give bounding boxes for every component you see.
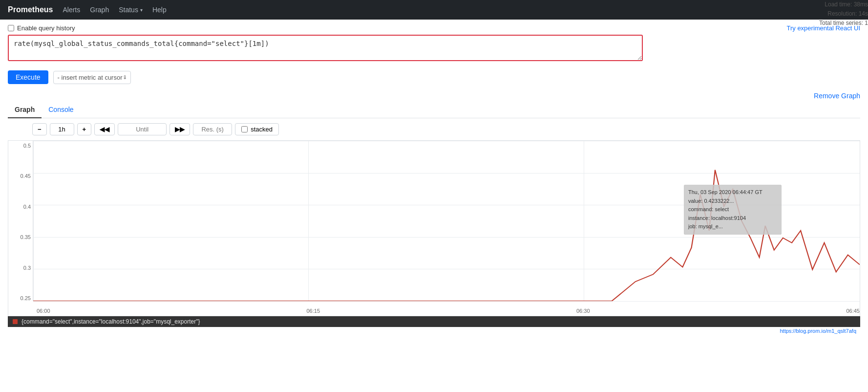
navbar: Prometheus Alerts Graph Status ▾ Help <box>0 0 868 20</box>
tab-graph[interactable]: Graph <box>8 102 42 118</box>
x-label-0: 06:00 <box>37 308 50 314</box>
chart-inner: 0.5 0.45 0.4 0.35 0.3 0.25 <box>8 141 860 316</box>
stacked-label: stacked <box>251 126 273 133</box>
y-label-1: 0.45 <box>21 173 31 179</box>
chevron-down-icon: ▾ <box>140 7 143 13</box>
chart-area: 0.5 0.45 0.4 0.35 0.3 0.25 <box>8 140 860 316</box>
nav-alerts[interactable]: Alerts <box>63 6 80 14</box>
action-bar: Execute - insert metric at cursor - <box>8 70 860 84</box>
y-axis: 0.5 0.45 0.4 0.35 0.3 0.25 <box>8 141 33 301</box>
time-back-button[interactable]: ◀◀ <box>94 123 115 135</box>
grid-line-h-5 <box>33 301 860 302</box>
x-axis: 06:00 06:15 06:30 06:45 <box>33 308 860 314</box>
grid-line-v-3 <box>860 141 860 301</box>
x-label-3: 06:45 <box>846 308 860 314</box>
load-time-stat: Load time: 38ms <box>819 0 868 9</box>
tooltip-line1: Thu, 03 Sep 2020 06:44:47 GT <box>688 188 777 197</box>
remove-graph-row: Remove Graph <box>8 92 860 100</box>
time-range-input[interactable]: 1h <box>50 123 74 135</box>
tooltip-line4: instance: localhost:9104 <box>688 214 777 223</box>
tooltip-line3: command: select <box>688 205 777 214</box>
brand-logo: Prometheus <box>8 5 53 14</box>
time-forward-button[interactable]: ▶▶ <box>169 123 190 135</box>
graph-controls: − 1h + ◀◀ ▶▶ stacked <box>8 118 860 140</box>
nav-help[interactable]: Help <box>152 6 167 14</box>
nav-status-dropdown[interactable]: Status ▾ <box>119 6 143 14</box>
y-label-0: 0.5 <box>23 143 31 149</box>
until-input[interactable] <box>118 123 167 135</box>
status-bar: https://blog.prom.io/m1_qslt7afq <box>8 327 860 335</box>
total-series-stat: Total time series: 1 <box>819 19 868 28</box>
y-label-3: 0.35 <box>21 234 31 240</box>
status-link[interactable]: https://blog.prom.io/m1_qslt7afq <box>780 328 856 334</box>
enable-history-label[interactable]: Enable query history <box>8 24 75 32</box>
execute-button[interactable]: Execute <box>8 70 48 84</box>
top-bar: Enable query history Try experimental Re… <box>8 24 860 32</box>
stats-panel: Load time: 38ms Resolution: 14s Total ti… <box>819 0 868 28</box>
main-content: Enable query history Try experimental Re… <box>0 20 868 340</box>
stacked-checkbox[interactable] <box>241 126 248 132</box>
enable-history-checkbox[interactable] <box>8 25 14 31</box>
zoom-out-button[interactable]: − <box>32 123 47 135</box>
remove-graph-button[interactable]: Remove Graph <box>814 92 860 100</box>
resolution-stat: Resolution: 14s <box>819 9 868 19</box>
y-label-4: 0.3 <box>23 265 31 271</box>
nav-status-label: Status <box>119 6 138 14</box>
tabs-bar: Graph Console <box>8 102 860 118</box>
query-input[interactable]: rate(mysql_global_status_commands_total{… <box>8 35 643 61</box>
insert-metric-select[interactable]: - insert metric at cursor - <box>53 71 131 84</box>
tooltip-box: Thu, 03 Sep 2020 06:44:47 GT value: 0.42… <box>684 185 782 235</box>
x-label-1: 06:15 <box>306 308 320 314</box>
nav-graph[interactable]: Graph <box>90 6 109 14</box>
y-label-5: 0.25 <box>21 295 31 301</box>
zoom-in-button[interactable]: + <box>77 123 92 135</box>
insert-metric-wrapper: - insert metric at cursor - <box>53 71 131 84</box>
tooltip-line2: value: 0.4233222... <box>688 197 777 206</box>
stacked-button[interactable]: stacked <box>235 123 279 135</box>
legend-label: {command="select",instance="localhost:91… <box>21 318 200 325</box>
grid-area: Thu, 03 Sep 2020 06:44:47 GT value: 0.42… <box>33 141 860 301</box>
y-label-2: 0.4 <box>23 204 31 210</box>
tab-console[interactable]: Console <box>42 102 80 118</box>
x-label-2: 06:30 <box>576 308 590 314</box>
legend-bar: {command="select",instance="localhost:91… <box>8 316 860 327</box>
tooltip-line5: job: mysql_e... <box>688 222 777 231</box>
legend-color-swatch <box>13 319 18 324</box>
resolution-input[interactable] <box>193 123 232 135</box>
